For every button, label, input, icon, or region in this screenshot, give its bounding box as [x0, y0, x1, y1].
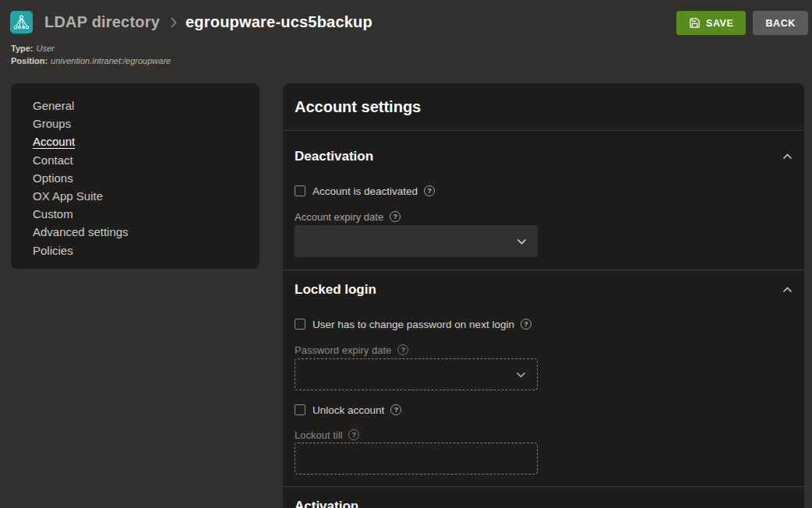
chevron-down-icon — [516, 372, 526, 378]
breadcrumb: LDAP directory egroupware-ucs5backup — [10, 11, 372, 34]
divider — [283, 130, 804, 131]
account-settings-panel: Account settings Deactivation Account is… — [283, 83, 804, 508]
divider — [283, 270, 804, 270]
position-label: Position: — [11, 56, 48, 65]
sidebar-item-custom[interactable]: Custom — [22, 205, 249, 223]
change-password-label: User has to change password on next logi… — [312, 319, 514, 330]
floppy-disk-icon — [689, 17, 701, 29]
unlock-account-label: Unlock account — [312, 404, 384, 416]
account-expiry-label: Account expiry date — [295, 211, 383, 223]
lockout-till-label-row: Lockout till ? — [295, 429, 793, 441]
account-expiry-date-combobox[interactable] — [295, 225, 538, 257]
help-icon[interactable]: ? — [397, 344, 408, 355]
account-expiry-label-row: Account expiry date ? — [295, 210, 793, 223]
section-title: Deactivation — [295, 147, 373, 165]
help-icon[interactable]: ? — [424, 185, 435, 196]
chevron-right-icon — [169, 16, 178, 30]
type-value: User — [37, 44, 55, 53]
help-icon[interactable]: ? — [521, 319, 531, 330]
account-deactivated-label: Account is deactivated — [312, 185, 418, 197]
password-expiry-label-row: Password expiry date ? — [295, 344, 793, 356]
back-button[interactable]: BACK — [753, 11, 808, 35]
sidebar-item-contact[interactable]: Contact — [22, 151, 249, 169]
lockout-till-label: Lockout till — [295, 429, 342, 441]
object-title: egroupware-ucs5backup — [185, 13, 372, 31]
sidebar-item-advanced-settings[interactable]: Advanced settings — [22, 223, 249, 241]
sidebar-item-policies[interactable]: Policies — [22, 242, 249, 259]
lockout-till-input — [295, 443, 538, 474]
account-deactivated-checkbox[interactable] — [295, 185, 305, 196]
type-label: Type: — [11, 44, 34, 53]
ldap-directory-logo — [10, 11, 33, 34]
help-icon[interactable]: ? — [390, 404, 401, 415]
page-header: LDAP directory egroupware-ucs5backup Typ… — [0, 0, 812, 74]
chevron-down-icon[interactable] — [517, 238, 527, 245]
save-button[interactable]: SAVE — [676, 11, 747, 35]
module-title[interactable]: LDAP directory — [44, 13, 160, 31]
section-nav-sidebar: General Groups Account Contact Options O… — [11, 83, 259, 269]
unlock-account-row: Unlock account ? — [295, 403, 793, 417]
object-meta: Type:User Position:univention.intranet:/… — [11, 42, 171, 67]
sidebar-item-account[interactable]: Account — [22, 132, 249, 150]
help-icon[interactable]: ? — [348, 429, 359, 440]
password-expiry-label: Password expiry date — [295, 344, 391, 356]
section-title: Activation — [295, 497, 358, 508]
sidebar-item-groups[interactable]: Groups — [22, 115, 249, 132]
section-header-deactivation[interactable]: Deactivation — [295, 147, 793, 165]
divider — [283, 486, 804, 487]
unlock-account-checkbox[interactable] — [295, 404, 305, 415]
chevron-up-icon[interactable] — [782, 287, 793, 293]
sidebar-item-general[interactable]: General — [22, 97, 249, 115]
ldap-tree-icon — [13, 14, 30, 30]
section-title: Locked login — [295, 280, 376, 298]
section-header-locked-login[interactable]: Locked login — [295, 280, 793, 298]
page-title: Account settings — [295, 97, 793, 118]
position-value: univention.intranet:/egroupware — [51, 56, 171, 65]
account-deactivated-row: Account is deactivated ? — [295, 184, 793, 198]
chevron-up-icon[interactable] — [782, 153, 793, 160]
sidebar-item-ox-app-suite[interactable]: OX App Suite — [22, 187, 249, 205]
change-password-row: User has to change password on next logi… — [295, 317, 793, 331]
section-header-activation[interactable]: Activation — [295, 497, 793, 508]
save-button-label: SAVE — [706, 18, 734, 29]
help-icon[interactable]: ? — [390, 211, 401, 222]
sidebar-item-options[interactable]: Options — [22, 169, 249, 187]
change-password-checkbox[interactable] — [295, 319, 305, 330]
password-expiry-date-combobox — [295, 358, 538, 390]
back-button-label: BACK — [765, 18, 796, 29]
